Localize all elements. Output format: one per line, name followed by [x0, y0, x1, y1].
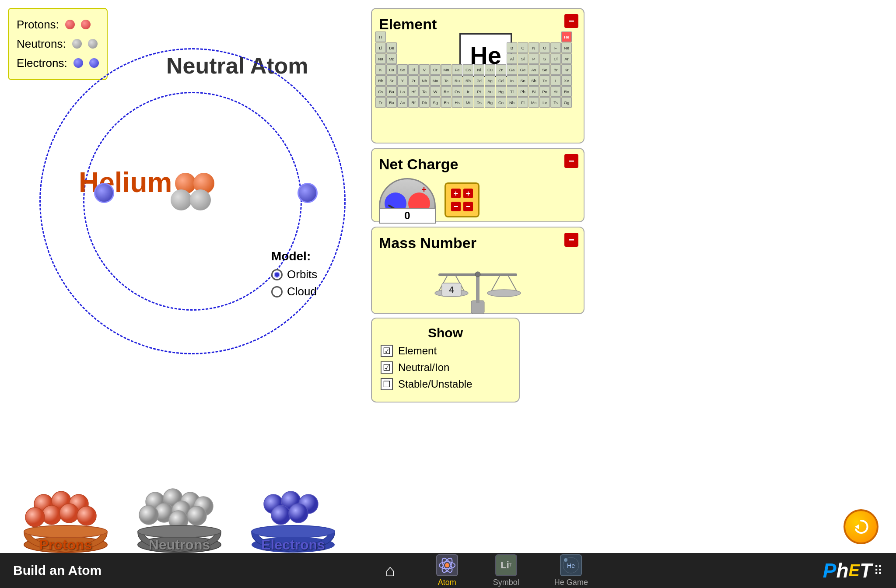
- pt-Si[interactable]: Si: [518, 53, 528, 64]
- svg-rect-1: [476, 274, 480, 303]
- model-title: Model:: [271, 249, 317, 263]
- model-cloud-option[interactable]: Cloud: [271, 285, 317, 298]
- electrons-bowl-container: Electrons: [245, 480, 341, 553]
- bottom-bar: Build an Atom ⌂ Atom Li 7: [0, 553, 896, 588]
- nav-atom-label: Atom: [438, 578, 456, 587]
- svg-point-8: [487, 290, 521, 297]
- model-orbits-selected: [274, 272, 280, 278]
- show-element-option[interactable]: ☑ Element: [381, 345, 510, 357]
- nav-atom[interactable]: Atom: [436, 554, 458, 587]
- reset-button[interactable]: [844, 509, 878, 544]
- pt-H[interactable]: H: [375, 32, 386, 42]
- charge-symbol-box: + + − −: [444, 182, 480, 217]
- pt-Be[interactable]: Be: [386, 42, 397, 53]
- pt-S[interactable]: S: [539, 53, 550, 64]
- pt-He[interactable]: He: [561, 32, 572, 42]
- svg-text:4: 4: [449, 285, 454, 294]
- app-title: Build an Atom: [13, 563, 144, 578]
- massnumber-panel-close[interactable]: −: [564, 233, 578, 247]
- electron-1[interactable]: [94, 183, 114, 203]
- charge-plus-1: +: [451, 189, 461, 198]
- svg-point-20: [24, 525, 107, 538]
- charge-meter-area: + 0 + + − −: [379, 178, 577, 222]
- svg-point-15: [42, 505, 61, 525]
- atom-icon: [436, 554, 458, 576]
- pt-P[interactable]: P: [528, 53, 539, 64]
- pt-F[interactable]: F: [550, 42, 561, 53]
- netcharge-panel-title: Net Charge: [379, 156, 577, 173]
- nav-game-label: He Game: [554, 578, 588, 587]
- gauge-plus: +: [421, 185, 427, 195]
- svg-point-40: [445, 563, 449, 567]
- neutrons-bowl-label: Neutrons: [149, 537, 210, 553]
- model-cloud-label: Cloud: [287, 285, 317, 298]
- phet-logo: P h E T ⠿: [823, 559, 883, 582]
- svg-point-16: [60, 504, 79, 523]
- show-stable-checkbox[interactable]: ☐: [381, 378, 393, 390]
- charge-minus-row: − −: [451, 202, 473, 211]
- pt-Ne[interactable]: Ne: [561, 42, 572, 53]
- bottom-nav: ⌂ Atom Li 7 Symbol: [144, 554, 823, 587]
- element-panel-title: Element: [379, 16, 577, 33]
- model-orbits-radio[interactable]: [271, 269, 283, 280]
- protons-bowl-label: Protons: [39, 537, 92, 553]
- element-panel: Element − He H He Li: [371, 8, 584, 144]
- balance-scale: 4: [421, 257, 535, 318]
- pt-O[interactable]: O: [539, 42, 550, 53]
- phet-p: P: [823, 559, 836, 582]
- nav-game[interactable]: He He Game: [554, 554, 588, 587]
- pt-Li[interactable]: Li: [375, 42, 386, 53]
- show-panel: Show ☑ Element ☑ Neutral/Ion ☐ Stable/Un…: [371, 318, 520, 402]
- massnumber-panel: Mass Number − 4: [371, 227, 584, 314]
- pt-Ar[interactable]: Ar: [561, 53, 572, 64]
- phet-t: T: [860, 559, 872, 582]
- pt-row-1: H He: [375, 32, 572, 42]
- pt-B[interactable]: B: [507, 42, 517, 53]
- charge-value: 0: [379, 208, 436, 224]
- pt-Mg[interactable]: Mg: [386, 53, 397, 64]
- show-neutralion-checkbox[interactable]: ☑: [381, 361, 393, 374]
- element-panel-close[interactable]: −: [564, 14, 578, 28]
- charge-minus-2: −: [463, 202, 473, 211]
- pt-row-4: K Ca Sc Ti V Cr Mn Fe Co Ni Cu Zn Ga Ge …: [375, 64, 572, 75]
- nav-symbol[interactable]: Li 7 Symbol: [493, 554, 519, 587]
- pt-row-3: Na Mg Al Si P S Cl Ar: [375, 53, 572, 64]
- neutron-1[interactable]: [171, 189, 192, 210]
- electrons-bowl-label: Electrons: [261, 537, 325, 553]
- game-icon: He: [560, 554, 582, 576]
- svg-line-6: [508, 276, 517, 292]
- svg-point-28: [139, 505, 158, 525]
- model-selector: Model: Orbits Cloud: [271, 249, 317, 302]
- show-element-checkbox[interactable]: ☑: [381, 345, 393, 357]
- svg-point-38: [252, 525, 335, 538]
- atom-display: Helium: [26, 26, 368, 359]
- charge-minus-1: −: [451, 202, 461, 211]
- show-neutralion-option[interactable]: ☑ Neutral/Ion: [381, 361, 510, 374]
- pt-row-6: Cs Ba La Hf Ta W Re Os Ir Pt Au Hg Tl Pb…: [375, 86, 572, 97]
- symbol-icon: Li 7: [495, 554, 517, 576]
- pt-row-5: Rb Sr Y Zr Nb Mo Tc Ru Rh Pd Ag Cd In Sn…: [375, 75, 572, 86]
- svg-point-31: [138, 525, 221, 538]
- netcharge-panel-close[interactable]: −: [564, 154, 578, 168]
- model-cloud-radio[interactable]: [271, 286, 283, 298]
- pt-N[interactable]: N: [528, 42, 539, 53]
- pt-Al[interactable]: Al: [507, 53, 517, 64]
- show-element-label: Element: [398, 345, 437, 357]
- nav-home[interactable]: ⌂: [379, 560, 401, 581]
- pt-Cl[interactable]: Cl: [550, 53, 561, 64]
- svg-point-27: [187, 506, 206, 525]
- massnumber-panel-title: Mass Number: [379, 234, 577, 252]
- electron-2[interactable]: [298, 183, 318, 203]
- charge-gauge-wrap: + 0: [379, 178, 436, 222]
- svg-line-5: [491, 276, 500, 292]
- neutrons-bowl-container: Neutrons: [131, 480, 228, 553]
- show-stable-option[interactable]: ☐ Stable/Unstable: [381, 378, 510, 390]
- pt-C[interactable]: C: [518, 42, 528, 53]
- model-orbits-option[interactable]: Orbits: [271, 268, 317, 281]
- pt-Na[interactable]: Na: [375, 53, 386, 64]
- svg-point-17: [77, 506, 96, 525]
- pt-row-7: Fr Ra Ac Rf Db Sg Bh Hs Mt Ds Rg Cn Nh F…: [375, 97, 572, 108]
- svg-text:He: He: [567, 562, 575, 569]
- show-panel-title: Show: [381, 326, 510, 340]
- neutron-2[interactable]: [190, 189, 211, 210]
